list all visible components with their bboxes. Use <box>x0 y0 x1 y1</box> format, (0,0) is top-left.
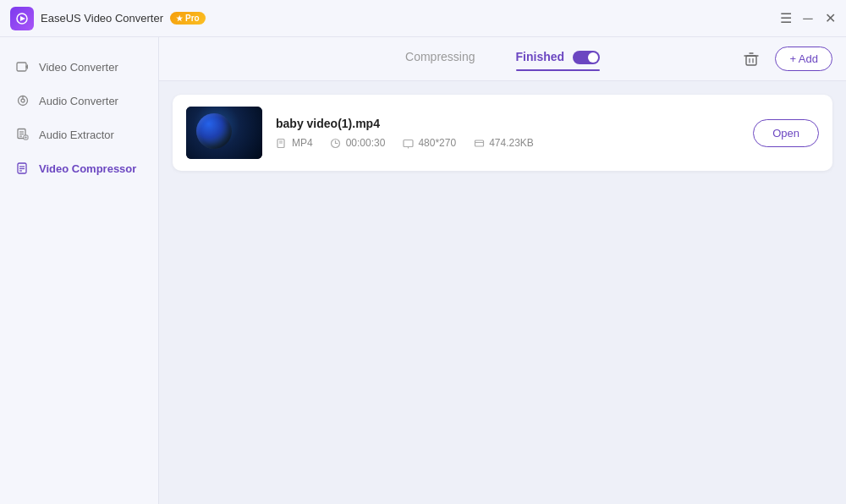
svg-rect-18 <box>746 56 756 65</box>
tab-bar-actions: + Add <box>736 44 832 74</box>
sidebar-item-video-compressor[interactable]: Video Compressor <box>0 152 158 184</box>
meta-size-value: 474.23KB <box>489 137 534 149</box>
table-row: baby video(1).mp4 MP4 <box>173 95 832 171</box>
pro-badge: Pro <box>170 12 206 25</box>
sidebar-item-audio-converter[interactable]: Audio Converter <box>0 85 158 117</box>
sidebar-item-video-converter[interactable]: Video Converter <box>0 51 158 83</box>
minimize-button[interactable]: ─ <box>802 13 814 25</box>
svg-rect-29 <box>404 140 413 146</box>
menu-button[interactable]: ☰ <box>780 13 792 25</box>
sidebar-item-label: Audio Extractor <box>39 129 114 141</box>
video-info: baby video(1).mp4 MP4 <box>276 117 739 149</box>
audio-converter-icon <box>15 93 30 108</box>
tab-compressing[interactable]: Compressing <box>405 50 475 67</box>
app-title: EaseUS Video Converter <box>41 12 163 25</box>
video-converter-icon <box>15 59 30 74</box>
video-filename: baby video(1).mp4 <box>276 117 739 130</box>
title-bar: EaseUS Video Converter Pro ☰ ─ ✕ <box>0 0 846 37</box>
video-meta: MP4 00:00:30 <box>276 137 739 149</box>
thumbnail-image <box>186 107 262 159</box>
trash-button[interactable] <box>736 44 766 74</box>
duration-icon <box>330 137 342 149</box>
tab-finished[interactable]: Finished <box>516 50 600 68</box>
sidebar-item-label: Video Compressor <box>39 162 136 175</box>
video-compressor-icon <box>15 161 30 176</box>
size-icon <box>473 137 485 149</box>
svg-point-5 <box>21 99 25 102</box>
sidebar-item-label: Video Converter <box>39 61 118 74</box>
tab-bar: Compressing Finished + Ad <box>159 37 846 81</box>
meta-resolution: 480*270 <box>402 137 456 149</box>
sidebar-item-audio-extractor[interactable]: Audio Extractor <box>0 118 158 151</box>
tabs: Compressing Finished <box>405 50 600 68</box>
video-list: baby video(1).mp4 MP4 <box>159 81 846 504</box>
svg-rect-32 <box>475 140 483 146</box>
title-bar-left: EaseUS Video Converter Pro <box>10 7 206 30</box>
meta-duration: 00:00:30 <box>330 137 386 149</box>
close-button[interactable]: ✕ <box>824 13 836 25</box>
content-area: Compressing Finished + Ad <box>159 37 846 504</box>
svg-rect-2 <box>17 63 26 71</box>
sidebar-item-label: Audio Converter <box>39 95 118 107</box>
main-layout: Video Converter Audio Converter <box>0 37 846 504</box>
add-button[interactable]: + Add <box>775 47 832 71</box>
app-icon <box>10 7 34 30</box>
finished-toggle[interactable] <box>573 51 600 64</box>
svg-marker-1 <box>20 16 25 21</box>
meta-resolution-value: 480*270 <box>418 137 456 149</box>
audio-extractor-icon <box>15 127 30 142</box>
video-thumbnail <box>186 107 262 159</box>
open-button[interactable]: Open <box>753 119 819 147</box>
meta-duration-value: 00:00:30 <box>346 137 386 149</box>
meta-format-value: MP4 <box>292 137 313 149</box>
format-icon <box>276 137 288 149</box>
sidebar: Video Converter Audio Converter <box>0 37 159 504</box>
meta-format: MP4 <box>276 137 313 149</box>
title-bar-controls: ☰ ─ ✕ <box>780 13 836 25</box>
resolution-icon <box>402 137 414 149</box>
meta-size: 474.23KB <box>473 137 534 149</box>
